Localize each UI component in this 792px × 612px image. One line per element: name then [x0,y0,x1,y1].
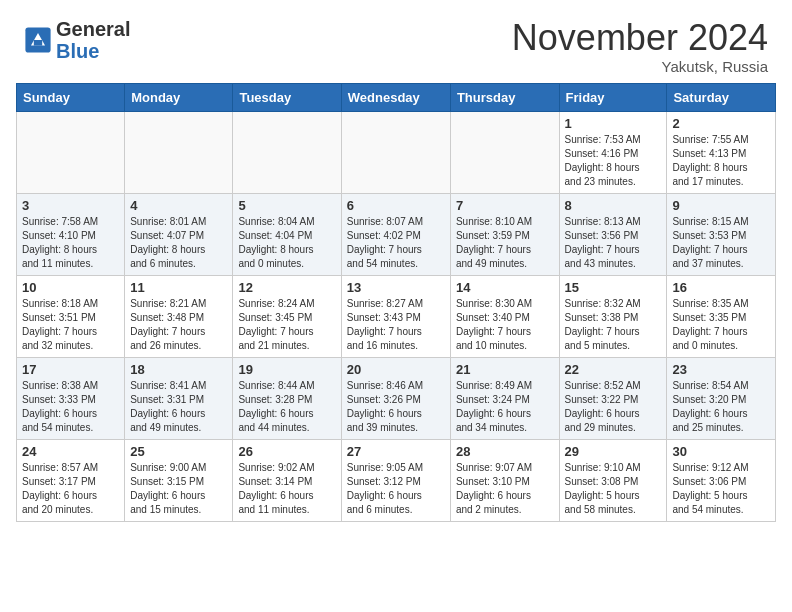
calendar-cell: 18Sunrise: 8:41 AM Sunset: 3:31 PM Dayli… [125,357,233,439]
location-text: Yakutsk, Russia [512,58,768,75]
day-info: Sunrise: 8:35 AM Sunset: 3:35 PM Dayligh… [672,297,770,353]
day-info: Sunrise: 8:52 AM Sunset: 3:22 PM Dayligh… [565,379,662,435]
calendar-cell: 5Sunrise: 8:04 AM Sunset: 4:04 PM Daylig… [233,193,341,275]
day-number: 21 [456,362,554,377]
week-row-2: 3Sunrise: 7:58 AM Sunset: 4:10 PM Daylig… [17,193,776,275]
calendar-cell: 13Sunrise: 8:27 AM Sunset: 3:43 PM Dayli… [341,275,450,357]
day-info: Sunrise: 8:15 AM Sunset: 3:53 PM Dayligh… [672,215,770,271]
day-number: 26 [238,444,335,459]
calendar-cell: 23Sunrise: 8:54 AM Sunset: 3:20 PM Dayli… [667,357,776,439]
calendar-cell: 28Sunrise: 9:07 AM Sunset: 3:10 PM Dayli… [450,439,559,521]
page-header: General Blue November 2024 Yakutsk, Russ… [0,0,792,83]
calendar-cell: 27Sunrise: 9:05 AM Sunset: 3:12 PM Dayli… [341,439,450,521]
calendar-cell: 24Sunrise: 8:57 AM Sunset: 3:17 PM Dayli… [17,439,125,521]
day-info: Sunrise: 9:07 AM Sunset: 3:10 PM Dayligh… [456,461,554,517]
day-info: Sunrise: 8:04 AM Sunset: 4:04 PM Dayligh… [238,215,335,271]
day-number: 15 [565,280,662,295]
calendar-wrap: SundayMondayTuesdayWednesdayThursdayFrid… [0,83,792,534]
day-number: 9 [672,198,770,213]
calendar-cell: 3Sunrise: 7:58 AM Sunset: 4:10 PM Daylig… [17,193,125,275]
day-info: Sunrise: 8:54 AM Sunset: 3:20 PM Dayligh… [672,379,770,435]
day-info: Sunrise: 8:32 AM Sunset: 3:38 PM Dayligh… [565,297,662,353]
week-row-4: 17Sunrise: 8:38 AM Sunset: 3:33 PM Dayli… [17,357,776,439]
day-info: Sunrise: 8:49 AM Sunset: 3:24 PM Dayligh… [456,379,554,435]
calendar-cell: 14Sunrise: 8:30 AM Sunset: 3:40 PM Dayli… [450,275,559,357]
day-info: Sunrise: 8:38 AM Sunset: 3:33 PM Dayligh… [22,379,119,435]
day-number: 22 [565,362,662,377]
day-number: 7 [456,198,554,213]
day-number: 3 [22,198,119,213]
day-info: Sunrise: 9:02 AM Sunset: 3:14 PM Dayligh… [238,461,335,517]
day-number: 19 [238,362,335,377]
day-number: 11 [130,280,227,295]
day-info: Sunrise: 8:41 AM Sunset: 3:31 PM Dayligh… [130,379,227,435]
day-info: Sunrise: 8:24 AM Sunset: 3:45 PM Dayligh… [238,297,335,353]
day-info: Sunrise: 9:10 AM Sunset: 3:08 PM Dayligh… [565,461,662,517]
svg-rect-2 [34,40,42,46]
day-info: Sunrise: 9:00 AM Sunset: 3:15 PM Dayligh… [130,461,227,517]
calendar-cell: 16Sunrise: 8:35 AM Sunset: 3:35 PM Dayli… [667,275,776,357]
calendar-cell: 26Sunrise: 9:02 AM Sunset: 3:14 PM Dayli… [233,439,341,521]
calendar-cell: 6Sunrise: 8:07 AM Sunset: 4:02 PM Daylig… [341,193,450,275]
calendar-cell: 11Sunrise: 8:21 AM Sunset: 3:48 PM Dayli… [125,275,233,357]
weekday-header-monday: Monday [125,83,233,111]
week-row-3: 10Sunrise: 8:18 AM Sunset: 3:51 PM Dayli… [17,275,776,357]
calendar-cell: 21Sunrise: 8:49 AM Sunset: 3:24 PM Dayli… [450,357,559,439]
weekday-header-sunday: Sunday [17,83,125,111]
calendar-cell: 20Sunrise: 8:46 AM Sunset: 3:26 PM Dayli… [341,357,450,439]
month-title: November 2024 [512,18,768,58]
week-row-1: 1Sunrise: 7:53 AM Sunset: 4:16 PM Daylig… [17,111,776,193]
logo-blue-text: Blue [56,40,99,62]
day-number: 8 [565,198,662,213]
calendar-table: SundayMondayTuesdayWednesdayThursdayFrid… [16,83,776,522]
calendar-cell: 9Sunrise: 8:15 AM Sunset: 3:53 PM Daylig… [667,193,776,275]
calendar-cell: 1Sunrise: 7:53 AM Sunset: 4:16 PM Daylig… [559,111,667,193]
weekday-header-thursday: Thursday [450,83,559,111]
day-number: 27 [347,444,445,459]
calendar-cell [17,111,125,193]
day-info: Sunrise: 8:13 AM Sunset: 3:56 PM Dayligh… [565,215,662,271]
calendar-cell [450,111,559,193]
calendar-cell [341,111,450,193]
calendar-cell [125,111,233,193]
day-number: 6 [347,198,445,213]
day-number: 10 [22,280,119,295]
day-number: 24 [22,444,119,459]
logo-general-text: General [56,18,130,40]
day-info: Sunrise: 8:07 AM Sunset: 4:02 PM Dayligh… [347,215,445,271]
day-info: Sunrise: 8:46 AM Sunset: 3:26 PM Dayligh… [347,379,445,435]
day-number: 4 [130,198,227,213]
calendar-cell: 22Sunrise: 8:52 AM Sunset: 3:22 PM Dayli… [559,357,667,439]
day-number: 25 [130,444,227,459]
day-number: 30 [672,444,770,459]
day-info: Sunrise: 7:55 AM Sunset: 4:13 PM Dayligh… [672,133,770,189]
day-info: Sunrise: 7:53 AM Sunset: 4:16 PM Dayligh… [565,133,662,189]
day-number: 16 [672,280,770,295]
day-number: 5 [238,198,335,213]
day-number: 13 [347,280,445,295]
weekday-header-tuesday: Tuesday [233,83,341,111]
day-info: Sunrise: 8:44 AM Sunset: 3:28 PM Dayligh… [238,379,335,435]
day-info: Sunrise: 8:21 AM Sunset: 3:48 PM Dayligh… [130,297,227,353]
day-number: 12 [238,280,335,295]
weekday-header-wednesday: Wednesday [341,83,450,111]
title-block: November 2024 Yakutsk, Russia [512,18,768,75]
day-info: Sunrise: 8:18 AM Sunset: 3:51 PM Dayligh… [22,297,119,353]
calendar-cell: 25Sunrise: 9:00 AM Sunset: 3:15 PM Dayli… [125,439,233,521]
calendar-cell: 4Sunrise: 8:01 AM Sunset: 4:07 PM Daylig… [125,193,233,275]
day-number: 20 [347,362,445,377]
day-number: 17 [22,362,119,377]
week-row-5: 24Sunrise: 8:57 AM Sunset: 3:17 PM Dayli… [17,439,776,521]
calendar-cell: 2Sunrise: 7:55 AM Sunset: 4:13 PM Daylig… [667,111,776,193]
day-number: 23 [672,362,770,377]
weekday-header-friday: Friday [559,83,667,111]
weekday-header-row: SundayMondayTuesdayWednesdayThursdayFrid… [17,83,776,111]
weekday-header-saturday: Saturday [667,83,776,111]
calendar-header: SundayMondayTuesdayWednesdayThursdayFrid… [17,83,776,111]
calendar-cell: 17Sunrise: 8:38 AM Sunset: 3:33 PM Dayli… [17,357,125,439]
logo: General Blue [24,18,130,62]
day-info: Sunrise: 8:30 AM Sunset: 3:40 PM Dayligh… [456,297,554,353]
calendar-cell: 8Sunrise: 8:13 AM Sunset: 3:56 PM Daylig… [559,193,667,275]
calendar-cell: 30Sunrise: 9:12 AM Sunset: 3:06 PM Dayli… [667,439,776,521]
day-number: 28 [456,444,554,459]
